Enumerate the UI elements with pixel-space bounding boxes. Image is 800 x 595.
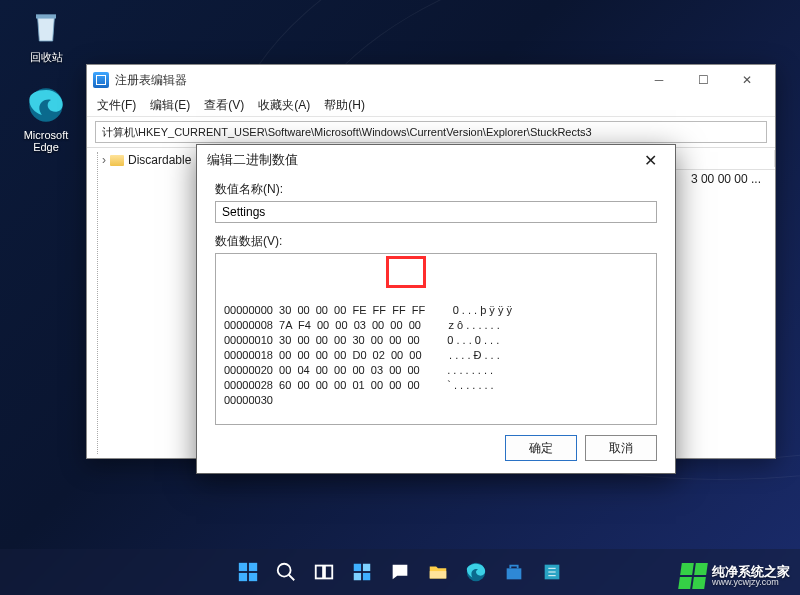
recycle-bin-label: 回收站 <box>30 50 63 65</box>
tree-item-discardable[interactable]: Discardable <box>128 153 191 167</box>
svg-rect-10 <box>354 564 361 571</box>
svg-rect-3 <box>249 563 257 571</box>
hex-row[interactable]: 00000028 60 00 00 00 01 00 00 00 ` . . .… <box>224 378 648 393</box>
svg-rect-5 <box>249 573 257 581</box>
svg-rect-4 <box>239 573 247 581</box>
edge-browser-icon[interactable]: Microsoft Edge <box>14 85 78 153</box>
svg-rect-14 <box>430 571 447 578</box>
watermark-url: www.ycwjzy.com <box>712 578 790 587</box>
hex-row[interactable]: 00000020 00 04 00 00 00 03 00 00 . . . .… <box>224 363 648 378</box>
svg-line-7 <box>289 575 295 581</box>
svg-rect-2 <box>239 563 247 571</box>
minimize-button[interactable]: ─ <box>637 65 681 95</box>
svg-rect-11 <box>363 564 370 571</box>
svg-rect-16 <box>507 568 522 579</box>
value-data-label: 数值数据(V): <box>215 233 657 250</box>
store-icon[interactable] <box>498 556 530 588</box>
hex-editor[interactable]: 00000000 30 00 00 00 FE FF FF FF 0 . . .… <box>215 253 657 425</box>
dialog-close-button[interactable]: ✕ <box>635 145 665 175</box>
folder-icon <box>110 155 124 166</box>
watermark-logo-icon <box>678 563 708 589</box>
edge-label: Microsoft Edge <box>14 129 78 153</box>
dialog-titlebar[interactable]: 编辑二进制数值 ✕ <box>197 145 675 175</box>
maximize-button[interactable]: ☐ <box>681 65 725 95</box>
search-icon[interactable] <box>270 556 302 588</box>
file-explorer-icon[interactable] <box>422 556 454 588</box>
menu-file[interactable]: 文件(F) <box>97 97 136 114</box>
chat-icon[interactable] <box>384 556 416 588</box>
regedit-icon <box>93 72 109 88</box>
svg-rect-12 <box>354 573 361 580</box>
hex-row[interactable]: 00000018 00 00 00 00 D0 02 00 00 . . . .… <box>224 348 648 363</box>
edit-binary-dialog: 编辑二进制数值 ✕ 数值名称(N): 数值数据(V): 00000000 30 … <box>196 144 676 474</box>
svg-rect-8 <box>316 566 323 579</box>
menu-help[interactable]: 帮助(H) <box>324 97 365 114</box>
svg-point-6 <box>278 564 291 577</box>
task-view-icon[interactable] <box>308 556 340 588</box>
titlebar[interactable]: 注册表编辑器 ─ ☐ ✕ <box>87 65 775 95</box>
hex-row[interactable]: 00000008 7A F4 00 00 03 00 00 00 z ô . .… <box>224 318 648 333</box>
edge-taskbar-icon[interactable] <box>460 556 492 588</box>
widgets-icon[interactable] <box>346 556 378 588</box>
window-title: 注册表编辑器 <box>115 72 187 89</box>
hex-row[interactable]: 00000030 <box>224 393 648 408</box>
svg-rect-9 <box>325 566 332 579</box>
svg-rect-0 <box>36 14 56 18</box>
hex-row[interactable]: 00000010 30 00 00 00 30 00 00 00 0 . . .… <box>224 333 648 348</box>
watermark: 纯净系统之家 www.ycwjzy.com <box>680 563 790 589</box>
dialog-title: 编辑二进制数值 <box>207 151 298 169</box>
recycle-bin-icon[interactable]: 回收站 <box>14 6 78 65</box>
address-text: 计算机\HKEY_CURRENT_USER\Software\Microsoft… <box>102 125 592 140</box>
start-button[interactable] <box>232 556 264 588</box>
svg-rect-13 <box>363 573 370 580</box>
menu-view[interactable]: 查看(V) <box>204 97 244 114</box>
ok-button[interactable]: 确定 <box>505 435 577 461</box>
menu-edit[interactable]: 编辑(E) <box>150 97 190 114</box>
menu-favorites[interactable]: 收藏夹(A) <box>258 97 310 114</box>
highlight-box <box>386 256 426 288</box>
hex-row[interactable]: 00000000 30 00 00 00 FE FF FF FF 0 . . .… <box>224 303 648 318</box>
regedit-taskbar-icon[interactable] <box>536 556 568 588</box>
value-name-field[interactable] <box>215 201 657 223</box>
close-button[interactable]: ✕ <box>725 65 769 95</box>
desktop-icons: 回收站 Microsoft Edge <box>14 6 78 153</box>
address-bar[interactable]: 计算机\HKEY_CURRENT_USER\Software\Microsoft… <box>95 121 767 143</box>
value-name-label: 数值名称(N): <box>215 181 657 198</box>
menu-bar: 文件(F) 编辑(E) 查看(V) 收藏夹(A) 帮助(H) <box>87 95 775 117</box>
cancel-button[interactable]: 取消 <box>585 435 657 461</box>
